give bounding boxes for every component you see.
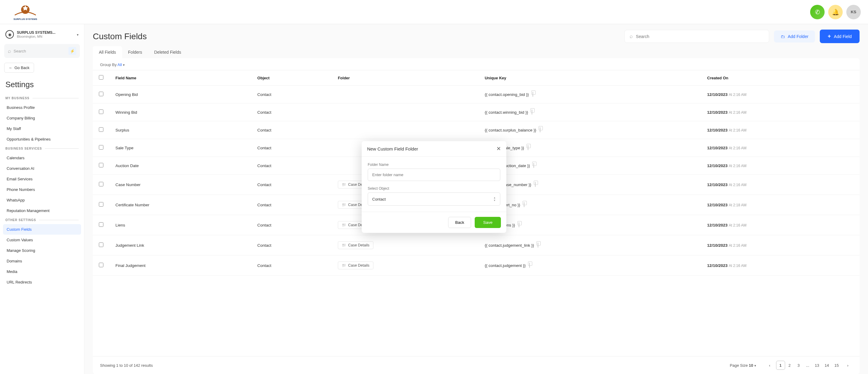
select-object-label: Select Object <box>368 186 500 191</box>
modal-close-button[interactable]: ✕ <box>496 145 501 152</box>
select-object-value: Contact <box>372 197 386 201</box>
folder-name-input[interactable] <box>368 169 500 181</box>
modal-title: New Custom Field Folder <box>367 146 418 151</box>
new-folder-modal: New Custom Field Folder ✕ Folder Name Se… <box>362 141 506 233</box>
select-arrows-icon: ▲▼ <box>493 196 496 202</box>
modal-back-button[interactable]: Back <box>448 217 471 228</box>
modal-save-button[interactable]: Save <box>475 217 501 228</box>
folder-name-label: Folder Name <box>368 163 500 167</box>
select-object-dropdown[interactable]: Contact ▲▼ <box>368 193 500 206</box>
